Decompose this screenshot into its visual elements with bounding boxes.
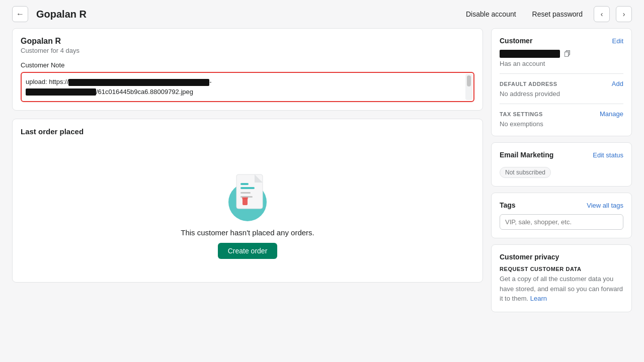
- back-icon: ←: [16, 10, 24, 19]
- back-button[interactable]: ←: [12, 6, 28, 22]
- tax-settings-section: TAX SETTINGS Manage No exemptions: [500, 110, 623, 128]
- prev-icon: ‹: [601, 10, 603, 18]
- copy-icon[interactable]: 🗍: [564, 50, 571, 58]
- page-title: Gopalan R: [36, 9, 453, 20]
- note-line2-suffix: /61c016445b9ca6.88009792.jpeg: [96, 88, 193, 96]
- empty-orders-illustration: [217, 162, 278, 222]
- edit-status-link[interactable]: Edit status: [593, 151, 623, 159]
- customer-note-content: upload: https://- /61c016445b9ca6.880097…: [26, 77, 461, 97]
- customer-edit-link[interactable]: Edit: [612, 37, 623, 45]
- customer-panel-title: Customer: [500, 37, 532, 45]
- request-data-desc: Get a copy of all the customer data you …: [500, 274, 623, 304]
- default-address-value: No address provided: [500, 90, 560, 98]
- note-scrollbar-thumb: [467, 75, 471, 86]
- learn-more-link[interactable]: Learn: [530, 295, 547, 302]
- empty-orders-section: This customer hasn't placed any orders. …: [21, 142, 474, 274]
- tax-settings-header: TAX SETTINGS Manage: [500, 110, 623, 118]
- side-column: Customer Edit 🗍 Has an account DEFAULT A…: [491, 28, 632, 312]
- topbar-actions: Disable account Reset password ‹ ›: [461, 6, 632, 22]
- customer-privacy-header: Customer privacy: [500, 253, 623, 261]
- default-address-header: DEFAULT ADDRESS Add: [500, 80, 623, 87]
- add-address-link[interactable]: Add: [612, 80, 623, 87]
- customer-info-card: Gopalan R Customer for 4 days Customer N…: [12, 28, 483, 111]
- empty-orders-text: This customer hasn't placed any orders.: [181, 228, 314, 237]
- email-marketing-title: Email Marketing: [500, 151, 553, 159]
- tags-title: Tags: [500, 201, 516, 209]
- tags-card: Tags View all tags: [491, 193, 632, 238]
- customer-email-row: 🗍: [500, 50, 623, 58]
- tags-input[interactable]: [500, 214, 623, 230]
- tax-settings-title: TAX SETTINGS: [500, 111, 543, 117]
- request-data-title: REQUEST CUSTOMER DATA: [500, 266, 623, 272]
- customer-privacy-card: Customer privacy REQUEST CUSTOMER DATA G…: [491, 244, 632, 312]
- has-account-text: Has an account: [500, 60, 623, 67]
- prev-nav-button[interactable]: ‹: [594, 6, 610, 22]
- last-order-title: Last order placed: [21, 127, 474, 136]
- disable-account-button[interactable]: Disable account: [461, 7, 521, 21]
- customer-note-label: Customer Note: [21, 61, 474, 69]
- main-layout: Gopalan R Customer for 4 days Customer N…: [0, 28, 644, 324]
- email-redacted-bar: [500, 50, 560, 58]
- view-all-tags-link[interactable]: View all tags: [587, 202, 623, 209]
- next-nav-button[interactable]: ›: [616, 6, 632, 22]
- note-line1: upload: https://: [26, 78, 68, 85]
- customer-privacy-title: Customer privacy: [500, 253, 559, 261]
- reset-password-button[interactable]: Reset password: [527, 7, 588, 21]
- last-order-card: Last order placed: [12, 119, 483, 283]
- customer-panel-header: Customer Edit: [500, 37, 623, 45]
- svg-rect-4: [240, 192, 251, 194]
- create-order-button[interactable]: Create order: [218, 243, 278, 259]
- customer-name: Gopalan R: [21, 37, 474, 46]
- redacted-path-bar: [26, 88, 96, 96]
- svg-rect-8: [240, 183, 249, 185]
- customer-panel-card: Customer Edit 🗍 Has an account DEFAULT A…: [491, 28, 632, 136]
- note-dash: -: [209, 78, 211, 85]
- email-marketing-badge: Not subscribed: [500, 167, 551, 178]
- customer-tenure: Customer for 4 days: [21, 47, 474, 54]
- manage-tax-link[interactable]: Manage: [600, 110, 623, 118]
- email-marketing-card: Email Marketing Edit status Not subscrib…: [491, 142, 632, 187]
- svg-rect-6: [243, 198, 248, 205]
- topbar: ← Gopalan R Disable account Reset passwo…: [0, 0, 644, 28]
- default-address-title: DEFAULT ADDRESS: [500, 81, 557, 87]
- customer-note-box[interactable]: upload: https://- /61c016445b9ca6.880097…: [21, 72, 474, 102]
- next-icon: ›: [623, 10, 625, 18]
- note-scrollbar: [465, 74, 472, 100]
- svg-rect-3: [240, 187, 255, 189]
- email-marketing-header: Email Marketing Edit status: [500, 151, 623, 159]
- main-column: Gopalan R Customer for 4 days Customer N…: [12, 28, 483, 283]
- default-address-section: DEFAULT ADDRESS Add No address provided: [500, 80, 623, 104]
- svg-rect-7: [242, 197, 248, 199]
- redacted-url-bar: [68, 79, 209, 86]
- tax-settings-value: No exemptions: [500, 120, 543, 128]
- tags-header: Tags View all tags: [500, 201, 623, 209]
